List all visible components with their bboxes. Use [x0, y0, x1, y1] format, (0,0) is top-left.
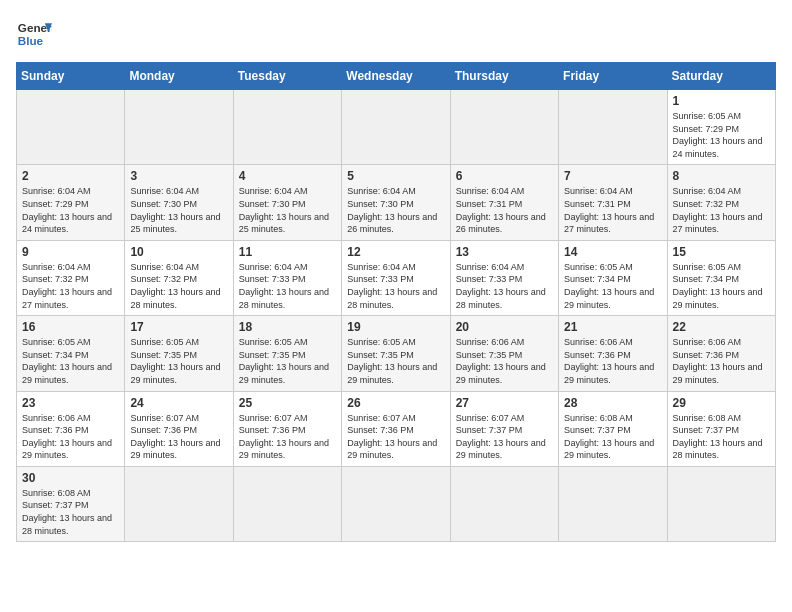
calendar-cell	[342, 90, 450, 165]
calendar-cell: 17Sunrise: 6:05 AM Sunset: 7:35 PM Dayli…	[125, 316, 233, 391]
day-info: Sunrise: 6:05 AM Sunset: 7:29 PM Dayligh…	[673, 110, 770, 160]
weekday-header-sunday: Sunday	[17, 63, 125, 90]
day-info: Sunrise: 6:04 AM Sunset: 7:29 PM Dayligh…	[22, 185, 119, 235]
day-number: 2	[22, 169, 119, 183]
day-number: 8	[673, 169, 770, 183]
day-info: Sunrise: 6:04 AM Sunset: 7:33 PM Dayligh…	[347, 261, 444, 311]
day-number: 5	[347, 169, 444, 183]
day-info: Sunrise: 6:04 AM Sunset: 7:32 PM Dayligh…	[130, 261, 227, 311]
calendar-cell: 15Sunrise: 6:05 AM Sunset: 7:34 PM Dayli…	[667, 240, 775, 315]
day-info: Sunrise: 6:04 AM Sunset: 7:32 PM Dayligh…	[22, 261, 119, 311]
day-info: Sunrise: 6:08 AM Sunset: 7:37 PM Dayligh…	[564, 412, 661, 462]
day-number: 26	[347, 396, 444, 410]
day-number: 10	[130, 245, 227, 259]
day-number: 11	[239, 245, 336, 259]
day-info: Sunrise: 6:05 AM Sunset: 7:35 PM Dayligh…	[347, 336, 444, 386]
day-number: 3	[130, 169, 227, 183]
day-info: Sunrise: 6:07 AM Sunset: 7:37 PM Dayligh…	[456, 412, 553, 462]
logo: General Blue	[16, 16, 52, 52]
day-number: 4	[239, 169, 336, 183]
day-info: Sunrise: 6:07 AM Sunset: 7:36 PM Dayligh…	[347, 412, 444, 462]
calendar-week-row: 23Sunrise: 6:06 AM Sunset: 7:36 PM Dayli…	[17, 391, 776, 466]
day-info: Sunrise: 6:05 AM Sunset: 7:35 PM Dayligh…	[239, 336, 336, 386]
day-number: 13	[456, 245, 553, 259]
calendar-cell: 9Sunrise: 6:04 AM Sunset: 7:32 PM Daylig…	[17, 240, 125, 315]
calendar-week-row: 1Sunrise: 6:05 AM Sunset: 7:29 PM Daylig…	[17, 90, 776, 165]
calendar-table: SundayMondayTuesdayWednesdayThursdayFrid…	[16, 62, 776, 542]
calendar-cell: 4Sunrise: 6:04 AM Sunset: 7:30 PM Daylig…	[233, 165, 341, 240]
calendar-header: SundayMondayTuesdayWednesdayThursdayFrid…	[17, 63, 776, 90]
day-info: Sunrise: 6:06 AM Sunset: 7:35 PM Dayligh…	[456, 336, 553, 386]
day-number: 6	[456, 169, 553, 183]
calendar-cell: 7Sunrise: 6:04 AM Sunset: 7:31 PM Daylig…	[559, 165, 667, 240]
day-number: 30	[22, 471, 119, 485]
day-info: Sunrise: 6:06 AM Sunset: 7:36 PM Dayligh…	[673, 336, 770, 386]
calendar-cell: 1Sunrise: 6:05 AM Sunset: 7:29 PM Daylig…	[667, 90, 775, 165]
day-number: 28	[564, 396, 661, 410]
day-info: Sunrise: 6:04 AM Sunset: 7:31 PM Dayligh…	[456, 185, 553, 235]
day-info: Sunrise: 6:05 AM Sunset: 7:34 PM Dayligh…	[673, 261, 770, 311]
day-info: Sunrise: 6:06 AM Sunset: 7:36 PM Dayligh…	[22, 412, 119, 462]
calendar-cell: 10Sunrise: 6:04 AM Sunset: 7:32 PM Dayli…	[125, 240, 233, 315]
day-info: Sunrise: 6:04 AM Sunset: 7:31 PM Dayligh…	[564, 185, 661, 235]
calendar-cell: 27Sunrise: 6:07 AM Sunset: 7:37 PM Dayli…	[450, 391, 558, 466]
calendar-cell	[233, 466, 341, 541]
day-number: 16	[22, 320, 119, 334]
day-info: Sunrise: 6:08 AM Sunset: 7:37 PM Dayligh…	[673, 412, 770, 462]
calendar-cell: 2Sunrise: 6:04 AM Sunset: 7:29 PM Daylig…	[17, 165, 125, 240]
calendar-cell: 14Sunrise: 6:05 AM Sunset: 7:34 PM Dayli…	[559, 240, 667, 315]
calendar-cell: 20Sunrise: 6:06 AM Sunset: 7:35 PM Dayli…	[450, 316, 558, 391]
calendar-cell: 24Sunrise: 6:07 AM Sunset: 7:36 PM Dayli…	[125, 391, 233, 466]
day-info: Sunrise: 6:06 AM Sunset: 7:36 PM Dayligh…	[564, 336, 661, 386]
day-info: Sunrise: 6:05 AM Sunset: 7:35 PM Dayligh…	[130, 336, 227, 386]
day-number: 12	[347, 245, 444, 259]
calendar-cell: 23Sunrise: 6:06 AM Sunset: 7:36 PM Dayli…	[17, 391, 125, 466]
calendar-week-row: 9Sunrise: 6:04 AM Sunset: 7:32 PM Daylig…	[17, 240, 776, 315]
calendar-cell: 26Sunrise: 6:07 AM Sunset: 7:36 PM Dayli…	[342, 391, 450, 466]
calendar-cell	[667, 466, 775, 541]
weekday-header-monday: Monday	[125, 63, 233, 90]
page-header: General Blue	[16, 16, 776, 52]
calendar-cell	[233, 90, 341, 165]
day-number: 9	[22, 245, 119, 259]
calendar-cell: 11Sunrise: 6:04 AM Sunset: 7:33 PM Dayli…	[233, 240, 341, 315]
day-number: 19	[347, 320, 444, 334]
weekday-header-friday: Friday	[559, 63, 667, 90]
calendar-week-row: 16Sunrise: 6:05 AM Sunset: 7:34 PM Dayli…	[17, 316, 776, 391]
calendar-cell	[559, 466, 667, 541]
day-number: 29	[673, 396, 770, 410]
day-number: 17	[130, 320, 227, 334]
calendar-cell: 22Sunrise: 6:06 AM Sunset: 7:36 PM Dayli…	[667, 316, 775, 391]
calendar-cell: 28Sunrise: 6:08 AM Sunset: 7:37 PM Dayli…	[559, 391, 667, 466]
day-info: Sunrise: 6:07 AM Sunset: 7:36 PM Dayligh…	[239, 412, 336, 462]
weekday-header-saturday: Saturday	[667, 63, 775, 90]
day-info: Sunrise: 6:04 AM Sunset: 7:30 PM Dayligh…	[347, 185, 444, 235]
calendar-cell: 19Sunrise: 6:05 AM Sunset: 7:35 PM Dayli…	[342, 316, 450, 391]
day-number: 21	[564, 320, 661, 334]
calendar-cell: 25Sunrise: 6:07 AM Sunset: 7:36 PM Dayli…	[233, 391, 341, 466]
calendar-body: 1Sunrise: 6:05 AM Sunset: 7:29 PM Daylig…	[17, 90, 776, 542]
day-info: Sunrise: 6:05 AM Sunset: 7:34 PM Dayligh…	[22, 336, 119, 386]
calendar-cell	[342, 466, 450, 541]
calendar-cell: 29Sunrise: 6:08 AM Sunset: 7:37 PM Dayli…	[667, 391, 775, 466]
day-info: Sunrise: 6:07 AM Sunset: 7:36 PM Dayligh…	[130, 412, 227, 462]
calendar-week-row: 2Sunrise: 6:04 AM Sunset: 7:29 PM Daylig…	[17, 165, 776, 240]
calendar-cell: 8Sunrise: 6:04 AM Sunset: 7:32 PM Daylig…	[667, 165, 775, 240]
day-info: Sunrise: 6:04 AM Sunset: 7:32 PM Dayligh…	[673, 185, 770, 235]
weekday-header-row: SundayMondayTuesdayWednesdayThursdayFrid…	[17, 63, 776, 90]
calendar-cell: 21Sunrise: 6:06 AM Sunset: 7:36 PM Dayli…	[559, 316, 667, 391]
day-number: 27	[456, 396, 553, 410]
calendar-cell	[17, 90, 125, 165]
day-number: 18	[239, 320, 336, 334]
generalblue-logo-icon: General Blue	[16, 16, 52, 52]
calendar-cell	[450, 90, 558, 165]
day-number: 1	[673, 94, 770, 108]
day-number: 7	[564, 169, 661, 183]
calendar-cell	[125, 466, 233, 541]
day-number: 25	[239, 396, 336, 410]
calendar-cell	[559, 90, 667, 165]
svg-text:Blue: Blue	[18, 34, 44, 47]
calendar-cell: 30Sunrise: 6:08 AM Sunset: 7:37 PM Dayli…	[17, 466, 125, 541]
weekday-header-wednesday: Wednesday	[342, 63, 450, 90]
calendar-cell	[450, 466, 558, 541]
